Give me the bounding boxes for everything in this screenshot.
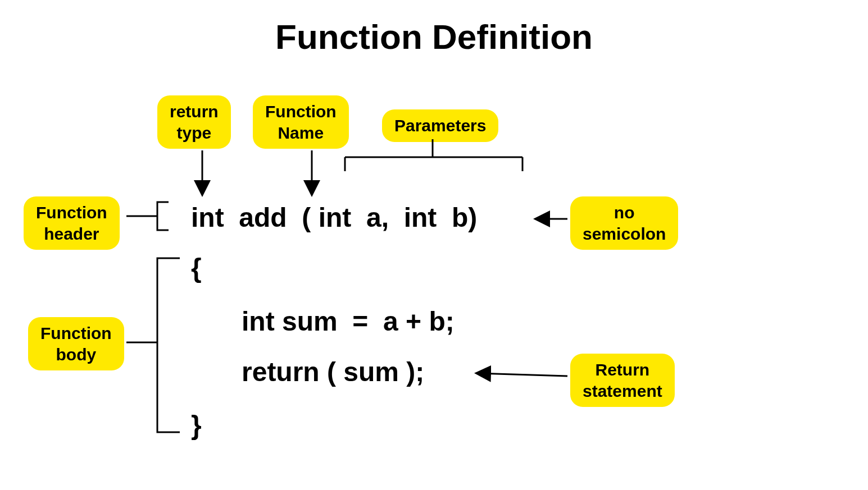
code-line-1: int sum = a + b;	[242, 306, 455, 337]
diagram-title: Function Definition	[0, 17, 868, 57]
code-brace-close: }	[191, 410, 202, 441]
label-no-semicolon: no semicolon	[570, 196, 678, 250]
label-parameters: Parameters	[382, 109, 498, 142]
code-line-2: return ( sum );	[242, 356, 424, 387]
svg-line-9	[478, 373, 567, 376]
label-return-type: return type	[157, 95, 231, 149]
label-function-name: Function Name	[253, 95, 349, 149]
label-function-body: Function body	[28, 317, 124, 370]
code-header-line: int add ( int a, int b)	[191, 202, 477, 233]
label-function-header: Function header	[24, 196, 120, 250]
label-return-statement: Return statement	[570, 354, 675, 407]
diagram-arrows	[0, 0, 868, 490]
code-brace-open: {	[191, 253, 202, 283]
